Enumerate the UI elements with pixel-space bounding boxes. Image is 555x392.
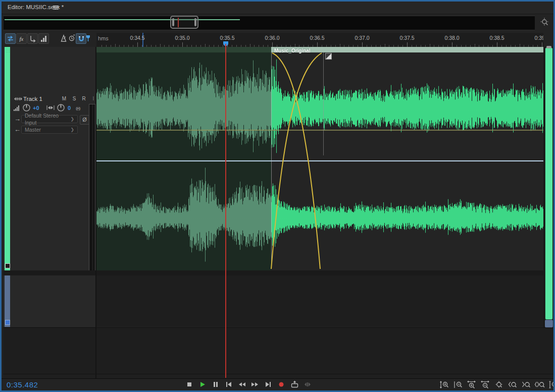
ruler-tick-label: 0:37.5 [399,35,414,41]
loop-playback-button[interactable] [290,380,299,388]
effects-rack-button[interactable]: fx [16,33,27,44]
zoom-to-out-point-button[interactable] [521,380,532,389]
snap-time-icon[interactable] [68,34,76,42]
master-scrollbar-thumb[interactable] [545,320,553,327]
playhead-line[interactable] [225,44,226,378]
ruler-tick-label: 0:38.5 [489,35,504,41]
track1-volume-knob[interactable] [22,103,31,112]
zoom-reset-button[interactable] [493,380,504,389]
volume-icon [14,105,19,111]
record-button[interactable] [277,380,286,388]
track1-output-selector[interactable]: Master❯ [21,126,78,134]
track1-color-strip[interactable] [5,47,10,270]
ruler-major-tick [317,42,318,47]
ruler-tick-label: 0:36.0 [265,35,279,41]
navigator-waveform-overview [5,19,240,20]
track1-pan-knob[interactable] [57,103,65,112]
clip-title[interactable]: Music_Original [274,48,311,53]
play-button[interactable] [198,380,207,388]
scrollbar-top-handle[interactable] [546,46,551,48]
track1-monitor-icon[interactable]: ((•)) [76,106,80,110]
track1-scrollbar-thumb[interactable] [545,47,553,320]
track1-lane-waveform[interactable] [96,47,543,270]
zoom-to-selection-button[interactable] [534,380,545,389]
zoom-navigator-bar[interactable] [4,16,535,30]
track1-pan-value[interactable]: 0 [68,105,71,111]
histogram-icon [41,36,46,42]
master-lane[interactable] [96,275,543,327]
track1-arm-record-button[interactable]: R [80,95,87,102]
pan-icon [46,105,55,110]
track-divider[interactable] [3,270,543,275]
ruler-tick-label: 0:38.0 [444,35,459,41]
ruler-tick-label: 0:36.5 [310,35,324,41]
zoom-out-horizontal-button[interactable] [480,380,491,389]
track1-solo-button[interactable]: S [71,95,78,102]
track-type-icon [14,96,22,101]
metering-button[interactable] [38,33,49,44]
skip-to-previous-button[interactable] [224,380,233,388]
track1-input-selector[interactable]: Default Stereo Input❯ [21,115,78,123]
panel-menu-icon[interactable] [53,6,59,10]
ruler-major-tick [362,42,363,47]
metronome-icon[interactable] [60,34,68,42]
track1-mute-button[interactable]: M [61,95,68,102]
ruler-major-tick [272,42,273,47]
zoom-to-in-point-button[interactable] [507,380,518,389]
empty-track-area[interactable] [3,327,555,374]
track1-header: Track 1 M S R I +0 0 ((•)) → Default Ste… [3,47,95,270]
ruler-tick-label: 0:37.0 [355,35,369,41]
fx-icon: fx [20,36,24,42]
track1-output-value: Master [25,126,41,133]
transport-controls [185,380,312,388]
master-color-strip[interactable] [5,275,10,327]
navigator-zoom-window[interactable] [170,16,198,29]
zoom-out-vertical-button[interactable] [452,380,464,389]
audition-window: Editor: MUSIIC.sesx * fx hms 0: [0,0,555,392]
patch-routing-icon [29,35,36,42]
navigator-left-handle[interactable] [172,18,174,26]
ruler-tick-label: 0:34.5 [130,35,144,41]
zoom-full-button[interactable] [548,380,555,389]
navigator-playhead [178,18,179,27]
ruler-major-tick [497,42,497,47]
crossfade-handle-icon[interactable] [325,53,332,60]
editor-panel-tab-bar: Editor: MUSIIC.sesx * [2,2,553,14]
marker-icon[interactable] [85,34,91,42]
timeline-ruler[interactable]: hms 0:34.50:35.00:35.50:36.00:36.50:37.0… [96,33,543,47]
fast-forward-button[interactable] [250,380,260,388]
ruler-major-tick [452,42,452,47]
rewind-button[interactable] [237,380,246,388]
ruler-major-tick [542,42,542,47]
ruler-major-tick [182,42,183,47]
move-tool-button[interactable] [5,33,16,44]
track1-name[interactable]: Track 1 [23,96,42,102]
master-select-checkbox[interactable] [5,320,10,325]
patch-routing-button[interactable] [27,33,38,44]
zoom-in-vertical-button[interactable] [439,380,450,389]
output-arrow-icon: ← [14,127,21,133]
master-header: Master M (S) +0 ((•)) ← Default Output❯ … [3,275,95,327]
ruler-tick-label: 0:39.0 [534,35,543,41]
skip-selection-button[interactable] [303,380,312,388]
track1-phase-button[interactable]: Ø [80,115,89,125]
header-lane-divider[interactable] [95,47,96,378]
ruler-unit-label: hms [98,35,109,41]
track1-select-checkbox[interactable] [5,263,10,268]
navigator-right-handle[interactable] [194,18,196,26]
ruler-major-tick [137,42,138,47]
track1-volume-value[interactable]: +0 [33,105,39,111]
ruler-tick-label: 0:35.5 [220,35,234,41]
track1-input-value: Default Stereo Input [25,112,70,126]
zoom-controls [439,380,555,389]
current-time-display[interactable]: 0:35.482 [7,380,38,389]
skip-to-next-button[interactable] [264,380,273,388]
navigator-zoom-reset-icon[interactable] [540,17,550,27]
input-arrow-icon: → [14,116,21,122]
magnet-icon [78,35,85,42]
track1-grip-dots [6,48,10,52]
stop-button[interactable] [185,380,194,388]
zoom-in-horizontal-button[interactable] [466,380,477,389]
pause-button[interactable] [211,380,220,388]
ruler-major-tick [407,42,408,47]
